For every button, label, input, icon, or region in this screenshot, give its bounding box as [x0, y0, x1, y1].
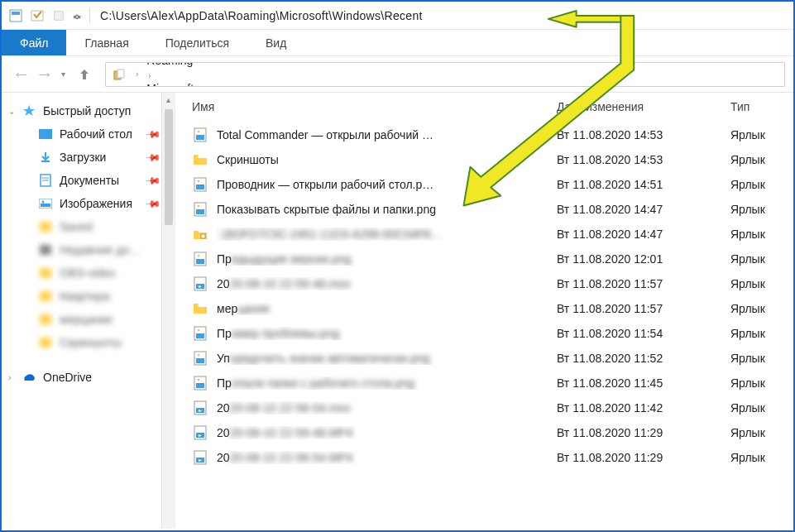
forward-button[interactable]: → — [33, 63, 56, 86]
file-row[interactable]: СкриншотыВт 11.08.2020 14:53Ярлык — [175, 147, 793, 172]
file-name: 2020-08-10 22-56-54.MP4 — [217, 451, 557, 464]
file-date: Вт 11.08.2020 14:47 — [557, 203, 730, 216]
file-row[interactable]: 2020-08-10 22-56-54.movВт 11.08.2020 11:… — [175, 395, 793, 420]
sidebar-documents[interactable]: Документы 📌 — [2, 169, 175, 192]
file-name: Показывать скрытые файлы и папки.png — [217, 203, 557, 216]
file-type: Ярлык — [730, 327, 793, 340]
sidebar-blurred-item[interactable]: Saved — [2, 215, 175, 238]
file-icon — [192, 400, 208, 416]
back-button[interactable]: ← — [10, 63, 33, 86]
file-date: Вт 11.08.2020 12:01 — [557, 252, 730, 266]
svg-rect-5 — [117, 69, 124, 78]
sidebar-pictures[interactable]: Изображения 📌 — [2, 192, 175, 215]
file-type: Ярлык — [730, 352, 793, 365]
svg-point-42 — [198, 379, 200, 381]
file-row[interactable]: Предыдущие версии.pngВт 11.08.2020 12:01… — [175, 247, 793, 271]
quick-dropdown-icon[interactable] — [73, 11, 81, 21]
pictures-icon — [38, 196, 53, 211]
column-type[interactable]: Тип — [730, 100, 793, 113]
sidebar-blurred-item[interactable]: Недавние до… — [2, 238, 175, 261]
file-name: 2020-08-10 22-59-48.mov — [217, 277, 557, 290]
file-icon — [192, 201, 208, 218]
file-name: ::{6DFD7C5C-2451-11D3-A299-00C04F8… — [217, 228, 557, 241]
file-row[interactable]: 2020-08-10 22-59-48.MP4Вт 11.08.2020 11:… — [175, 420, 793, 445]
sidebar-blurred-item[interactable]: OBS-video — [2, 261, 175, 285]
sidebar-blurred-item[interactable]: мерцание — [2, 308, 175, 331]
sidebar-quick-access[interactable]: ⌄ Быстрый доступ — [2, 99, 175, 122]
folder-icon — [192, 151, 208, 168]
file-row[interactable]: Пример проблемы.pngВт 11.08.2020 11:54Яр… — [175, 321, 793, 346]
scroll-up-icon[interactable]: ▴ — [162, 93, 175, 106]
svg-rect-38 — [196, 358, 204, 363]
sidebar-item-label: Загрузки — [60, 151, 106, 164]
sidebar-item-label: Рабочий стол — [60, 127, 132, 141]
root-caret-icon[interactable]: › — [131, 69, 143, 79]
file-row[interactable]: Упорядочить значки автоматически.pngВт 1… — [175, 346, 793, 371]
pin-recent-icon[interactable] — [28, 7, 46, 25]
svg-rect-16 — [40, 291, 51, 301]
sidebar-scrollbar[interactable]: ▴ — [161, 93, 175, 529]
sidebar: ⌄ Быстрый доступ Рабочий стол 📌 Загрузки… — [2, 93, 175, 529]
breadcrumb-segment[interactable]: Microsoft — [143, 82, 265, 87]
file-row[interactable]: 2020-08-10 22-59-48.movВт 11.08.2020 11:… — [175, 271, 793, 296]
file-date: Вт 11.08.2020 11:29 — [557, 426, 730, 439]
sidebar-blurred-item[interactable]: Скриншоты — [2, 331, 175, 354]
tab-home[interactable]: Главная — [66, 30, 146, 55]
svg-rect-11 — [41, 204, 50, 207]
nav-toolbar: ← → ▾ › alex›AppData›Roaming›Microsoft›W… — [2, 56, 793, 93]
file-name: мерцание — [217, 302, 557, 315]
file-type: Ярлык — [730, 451, 793, 464]
breadcrumb-segment[interactable]: Roaming — [143, 62, 265, 67]
file-icon — [192, 127, 208, 143]
file-date: Вт 11.08.2020 11:52 — [557, 352, 730, 365]
body-area: ⌄ Быстрый доступ Рабочий стол 📌 Загрузки… — [2, 93, 793, 529]
file-row[interactable]: мерцаниеВт 11.08.2020 11:57Ярлык — [175, 296, 793, 321]
file-type: Ярлык — [730, 178, 793, 191]
file-date: Вт 11.08.2020 11:54 — [557, 327, 730, 340]
tab-view[interactable]: Вид — [247, 30, 304, 55]
ribbon-tabs: Файл Главная Поделиться Вид — [2, 30, 793, 56]
svg-point-31 — [198, 255, 200, 257]
sidebar-blurred-item[interactable]: Квартира — [2, 285, 175, 308]
svg-rect-17 — [40, 314, 51, 324]
tab-file[interactable]: Файл — [2, 30, 66, 55]
sidebar-onedrive[interactable]: › OneDrive — [2, 366, 175, 389]
file-name: Проводник — открыли рабочий стол.p… — [217, 178, 557, 191]
file-list: Имя Дата изменения Тип Total Commander —… — [175, 93, 793, 529]
up-button[interactable] — [74, 64, 95, 85]
sidebar-item-label: OneDrive — [43, 371, 92, 384]
blank-icon[interactable] — [50, 7, 68, 25]
svg-rect-1 — [12, 12, 20, 15]
pin-icon: 📌 — [145, 195, 162, 213]
file-icon — [192, 325, 208, 342]
sidebar-desktop[interactable]: Рабочий стол 📌 — [2, 122, 175, 146]
svg-rect-26 — [196, 209, 204, 214]
column-date[interactable]: Дата изменения — [557, 100, 730, 113]
column-name[interactable]: Имя — [192, 100, 557, 113]
column-headers[interactable]: Имя Дата изменения Тип — [175, 93, 793, 121]
file-date: Вт 11.08.2020 14:53 — [557, 153, 730, 166]
file-icon — [192, 449, 208, 466]
scroll-thumb[interactable] — [165, 109, 173, 225]
expand-caret-icon[interactable]: › — [8, 373, 11, 382]
file-row[interactable]: Пропали папки с рабочего стола.pngВт 11.… — [175, 371, 793, 395]
chevron-right-icon[interactable]: › — [143, 71, 156, 80]
svg-rect-35 — [196, 333, 204, 338]
collapse-caret-icon[interactable]: ⌄ — [8, 107, 15, 116]
file-row[interactable]: 2020-08-10 22-56-54.MP4Вт 11.08.2020 11:… — [175, 445, 793, 470]
file-icon — [192, 176, 208, 193]
file-type: Ярлык — [730, 228, 793, 241]
svg-rect-20 — [196, 135, 204, 140]
file-row[interactable]: Показывать скрытые файлы и папки.pngВт 1… — [175, 197, 793, 222]
file-row[interactable]: Total Commander — открыли рабочий …Вт 11… — [175, 122, 793, 147]
file-row[interactable]: ::{6DFD7C5C-2451-11D3-A299-00C04F8…Вт 11… — [175, 222, 793, 247]
sidebar-downloads[interactable]: Загрузки 📌 — [2, 146, 175, 169]
address-bar[interactable]: › alex›AppData›Roaming›Microsoft›Windows… — [105, 62, 785, 87]
history-dropdown-icon[interactable]: ▾ — [61, 69, 65, 79]
pin-icon: 📌 — [145, 172, 162, 189]
tab-share[interactable]: Поделиться — [147, 30, 247, 55]
properties-icon[interactable] — [7, 7, 25, 25]
sidebar-item-label: Быстрый доступ — [43, 104, 131, 117]
file-row[interactable]: Проводник — открыли рабочий стол.p…Вт 11… — [175, 172, 793, 197]
desktop-icon — [38, 127, 53, 141]
